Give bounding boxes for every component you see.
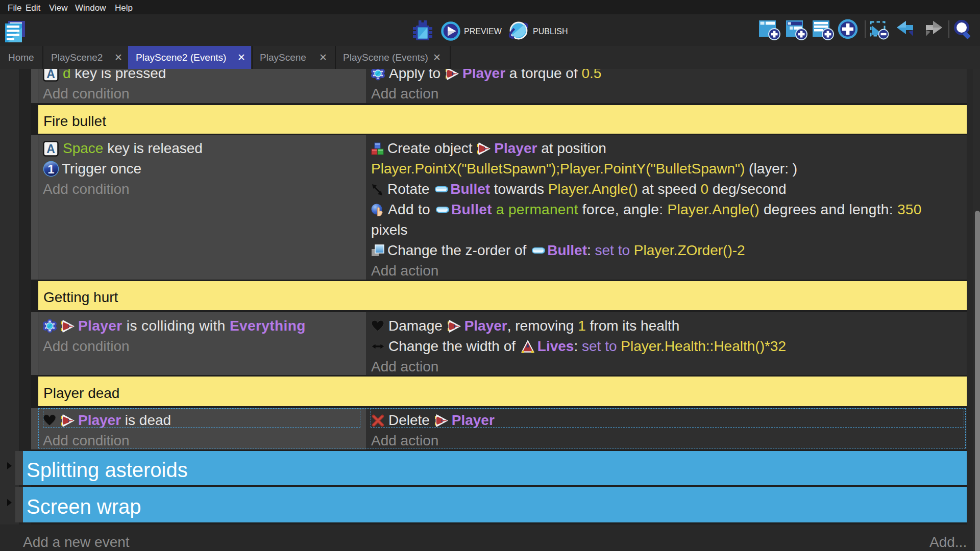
svg-text:A: A — [46, 142, 55, 156]
svg-text:1: 1 — [47, 162, 54, 176]
svg-text:A: A — [46, 69, 55, 81]
